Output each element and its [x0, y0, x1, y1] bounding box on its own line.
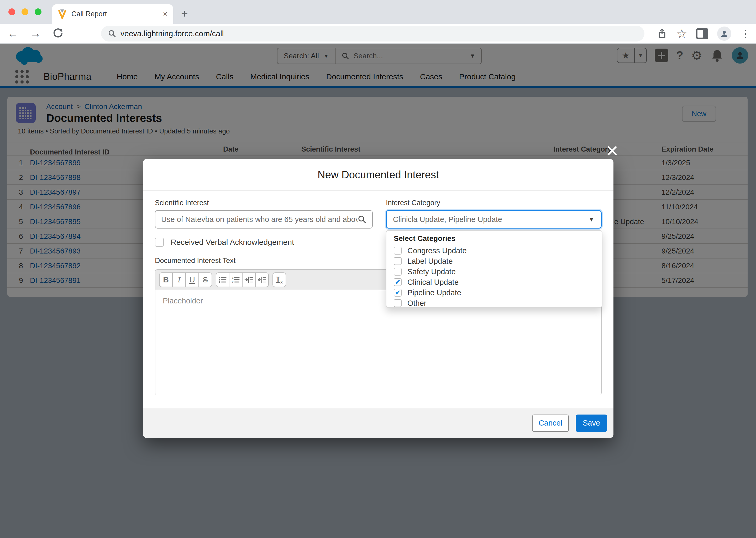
- clear-format-icon: Tx: [276, 275, 283, 285]
- dropdown-option-pipeline-update[interactable]: ✔ Pipeline Update: [394, 288, 602, 298]
- category-dropdown-panel: Select Categories Congress Update Label …: [386, 230, 602, 308]
- browser-tab-strip: Call Report × +: [0, 0, 756, 24]
- indent-icon: [244, 275, 253, 284]
- traffic-light-zoom-icon[interactable]: [35, 8, 41, 15]
- documented-interest-text-label: Documented Interest Text: [155, 257, 235, 265]
- interest-category-combobox[interactable]: Clinicla Update, Pipeline Update ▼: [386, 210, 602, 229]
- screen: Call Report × + ← → veeva.lightning.forc…: [0, 0, 756, 538]
- checkbox[interactable]: [394, 247, 402, 254]
- veeva-favicon-icon: [58, 9, 67, 19]
- modal-close-icon[interactable]: [605, 144, 619, 158]
- rte-placeholder: Placeholder: [163, 296, 203, 305]
- checkbox[interactable]: [394, 299, 402, 307]
- tab-close-icon[interactable]: ×: [163, 10, 167, 19]
- reload-icon[interactable]: [53, 28, 64, 39]
- svg-text:1: 1: [232, 276, 233, 279]
- dropdown-option-other[interactable]: Other: [394, 298, 602, 308]
- new-tab-icon[interactable]: +: [181, 6, 188, 22]
- scientific-interest-label: Scientific Interest: [155, 199, 209, 207]
- scientific-interest-value: Use of Natevba on patients who are 65 ye…: [161, 215, 357, 224]
- chevron-down-icon: ▼: [588, 216, 594, 223]
- bullet-list-icon: [218, 275, 227, 284]
- clear-format-button[interactable]: Tx: [272, 272, 286, 287]
- checkbox-checked[interactable]: ✔: [394, 289, 402, 296]
- dropdown-option-label-update[interactable]: Label Update: [394, 256, 602, 266]
- checkbox[interactable]: [394, 268, 402, 276]
- dropdown-option-safety-update[interactable]: Safety Update: [394, 266, 602, 277]
- sidebar-toggle-icon[interactable]: [696, 28, 708, 39]
- dropdown-option-clinical-update[interactable]: ✔ Clinical Update: [394, 277, 602, 288]
- dropdown-header: Select Categories: [394, 234, 602, 243]
- svg-text:2: 2: [232, 281, 233, 284]
- divider: [143, 190, 613, 191]
- search-icon[interactable]: [357, 215, 366, 224]
- verbal-acknowledgement-label: Received Verbal Acknowledgement: [170, 238, 294, 247]
- bookmark-star-icon[interactable]: ☆: [677, 27, 687, 41]
- verbal-acknowledgement-field[interactable]: Received Verbal Acknowledgement: [155, 238, 294, 247]
- save-button[interactable]: Save: [576, 414, 607, 432]
- indent-button[interactable]: [242, 272, 256, 287]
- person-icon: [720, 29, 729, 38]
- traffic-light-minimize-icon[interactable]: [22, 8, 28, 15]
- browser-tab[interactable]: Call Report ×: [52, 4, 173, 24]
- url-text: veeva.lightning.force.com/call: [120, 29, 224, 38]
- outdent-button[interactable]: [255, 272, 269, 287]
- strikethrough-button[interactable]: S: [199, 272, 212, 287]
- interest-category-value: Clinicla Update, Pipeline Update: [393, 215, 588, 224]
- search-icon: [108, 29, 116, 38]
- italic-button[interactable]: I: [172, 272, 186, 287]
- browser-menu-icon[interactable]: ⋮: [740, 27, 751, 40]
- checkbox-checked[interactable]: ✔: [394, 278, 402, 286]
- modal-title: New Documented Interest: [143, 169, 613, 181]
- browser-actions: ☆ ⋮: [656, 26, 751, 41]
- forward-icon[interactable]: →: [30, 27, 41, 40]
- checkbox[interactable]: [155, 238, 164, 247]
- underline-button[interactable]: U: [185, 272, 199, 287]
- numbered-list-button[interactable]: 1 2: [229, 272, 243, 287]
- back-icon[interactable]: ←: [7, 27, 19, 40]
- url-bar[interactable]: veeva.lightning.force.com/call: [101, 26, 644, 41]
- checkbox[interactable]: [394, 257, 402, 265]
- cancel-button[interactable]: Cancel: [532, 414, 569, 432]
- dropdown-option-congress-update[interactable]: Congress Update: [394, 245, 602, 256]
- numbered-list-icon: 1 2: [231, 275, 240, 284]
- modal-footer: Cancel Save: [143, 408, 613, 438]
- new-documented-interest-modal: New Documented Interest Scientific Inter…: [143, 159, 613, 438]
- bold-button[interactable]: B: [159, 272, 173, 287]
- interest-category-label: Interest Category: [386, 199, 440, 207]
- bullet-list-button[interactable]: [216, 272, 229, 287]
- scientific-interest-input[interactable]: Use of Natevba on patients who are 65 ye…: [155, 210, 373, 229]
- tab-title: Call Report: [71, 10, 163, 18]
- outdent-icon: [258, 275, 266, 284]
- browser-profile-avatar[interactable]: [717, 27, 731, 41]
- traffic-light-close-icon[interactable]: [8, 8, 15, 15]
- share-icon[interactable]: [656, 28, 668, 39]
